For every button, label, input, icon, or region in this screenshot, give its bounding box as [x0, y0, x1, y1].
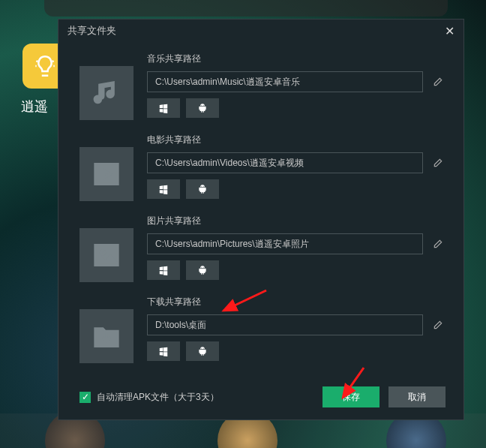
- edit-icon[interactable]: [430, 317, 446, 332]
- music-label: 音乐共享路径: [147, 53, 446, 65]
- dialog-footer: ✓ 自动清理APK文件（大于3天） 保存 取消: [58, 374, 464, 419]
- android-button[interactable]: [186, 260, 219, 280]
- video-icon: [80, 147, 134, 201]
- music-icon: [80, 66, 134, 120]
- dialog-title: 共享文件夹: [68, 24, 116, 38]
- background-search-bar: [44, 0, 448, 17]
- close-icon[interactable]: ✕: [445, 24, 454, 38]
- android-button[interactable]: [186, 341, 219, 361]
- windows-button[interactable]: [147, 341, 180, 361]
- background-app-label: 逍遥: [21, 98, 48, 116]
- video-path-input[interactable]: C:\Users\admin\Videos\逍遥安卓视频: [147, 152, 423, 173]
- android-button[interactable]: [186, 98, 219, 118]
- picture-label: 图片共享路径: [147, 215, 446, 227]
- cancel-button[interactable]: 取消: [388, 386, 446, 407]
- auto-clean-label: 自动清理APK文件（大于3天）: [97, 391, 219, 404]
- download-label: 下载共享路径: [147, 296, 446, 308]
- edit-icon[interactable]: [430, 155, 446, 170]
- windows-button[interactable]: [147, 98, 180, 118]
- download-section: 下载共享路径 D:\tools\桌面: [80, 296, 446, 363]
- share-folder-dialog: 共享文件夹 ✕ 音乐共享路径 C:\Users\admin\Music\逍遥安卓…: [58, 19, 464, 420]
- video-label: 电影共享路径: [147, 134, 446, 146]
- picture-path-input[interactable]: C:\Users\admin\Pictures\逍遥安卓照片: [147, 233, 423, 254]
- svg-point-2: [101, 251, 105, 254]
- picture-icon: [80, 228, 134, 282]
- edit-icon[interactable]: [430, 236, 446, 251]
- download-icon: [80, 309, 134, 363]
- edit-icon[interactable]: [430, 74, 446, 89]
- music-path-input[interactable]: C:\Users\admin\Music\逍遥安卓音乐: [147, 71, 423, 92]
- auto-clean-checkbox[interactable]: ✓ 自动清理APK文件（大于3天）: [80, 391, 219, 404]
- save-button[interactable]: 保存: [322, 386, 380, 407]
- download-path-input[interactable]: D:\tools\桌面: [147, 314, 423, 335]
- lightbulb-icon: [32, 53, 58, 79]
- dialog-body: 音乐共享路径 C:\Users\admin\Music\逍遥安卓音乐: [58, 42, 464, 374]
- windows-button[interactable]: [147, 260, 180, 280]
- music-section: 音乐共享路径 C:\Users\admin\Music\逍遥安卓音乐: [80, 53, 446, 120]
- android-button[interactable]: [186, 179, 219, 199]
- video-section: 电影共享路径 C:\Users\admin\Videos\逍遥安卓视频: [80, 134, 446, 201]
- checkbox-checked-icon: ✓: [80, 392, 91, 403]
- picture-section: 图片共享路径 C:\Users\admin\Pictures\逍遥安卓照片: [80, 215, 446, 282]
- dialog-header: 共享文件夹 ✕: [58, 20, 464, 42]
- windows-button[interactable]: [147, 179, 180, 199]
